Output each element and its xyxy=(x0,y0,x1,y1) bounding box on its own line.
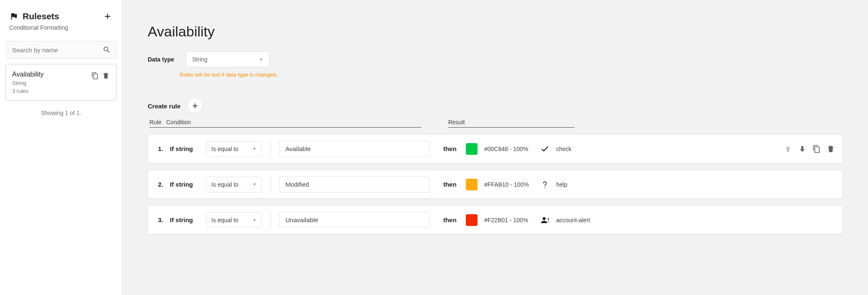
page-title: Availability xyxy=(148,23,843,40)
search-input-wrapper[interactable] xyxy=(6,41,116,59)
search-icon[interactable] xyxy=(103,46,111,54)
rule-value-input[interactable] xyxy=(279,141,430,157)
color-swatch[interactable] xyxy=(466,214,478,226)
rule-operator-select[interactable]: Is equal to ▼ xyxy=(206,177,262,192)
rule-operator-select[interactable]: Is equal to ▼ xyxy=(206,212,262,228)
sidebar-subtitle: Conditional Formatting xyxy=(9,24,116,31)
rule-operator-select[interactable]: Is equal to ▼ xyxy=(206,141,262,157)
rule-then-label: then xyxy=(441,216,459,223)
rule-then-label: then xyxy=(441,181,459,188)
color-text: #FFAB10 - 100% xyxy=(484,181,534,188)
chevron-down-icon: ▼ xyxy=(259,57,263,62)
color-text: #F22B01 - 100% xyxy=(484,217,534,223)
result-icon[interactable] xyxy=(540,180,550,189)
rule-index: 2. xyxy=(156,181,163,188)
ruleset-card[interactable]: Availability String 3 rules xyxy=(6,64,116,100)
add-ruleset-button[interactable] xyxy=(102,11,113,22)
rule-if-label: If string xyxy=(170,145,199,152)
copy-icon[interactable] xyxy=(91,72,99,80)
rule-value-input[interactable] xyxy=(279,212,430,228)
color-text: #00C848 - 100% xyxy=(484,146,534,152)
rule-operator-value: Is equal to xyxy=(211,217,239,223)
rule-then-label: then xyxy=(441,145,459,152)
flag-icon xyxy=(9,12,18,21)
rule-value-input[interactable] xyxy=(279,176,430,192)
search-input[interactable] xyxy=(11,46,100,54)
rule-if-label: If string xyxy=(170,181,199,188)
rule-row: 2. If string Is equal to ▼ then #FFAB10 … xyxy=(148,170,843,199)
header-rule: Rule xyxy=(149,119,166,128)
header-condition: Condition xyxy=(166,119,421,128)
ruleset-count: 3 rules xyxy=(12,88,91,94)
header-result: Result xyxy=(448,119,575,128)
rule-row: 1. If string Is equal to ▼ then #00C848 … xyxy=(148,134,843,163)
chevron-down-icon: ▼ xyxy=(252,146,257,151)
color-swatch[interactable] xyxy=(466,179,478,190)
result-icon-name: account-alert xyxy=(556,217,835,223)
rule-if-label: If string xyxy=(170,216,199,223)
data-type-select[interactable]: String ▼ xyxy=(186,51,270,67)
result-icon[interactable] xyxy=(540,144,550,154)
result-icon[interactable] xyxy=(540,215,550,225)
delete-icon[interactable] xyxy=(102,72,110,80)
create-rule-label: Create rule xyxy=(148,103,180,110)
separator xyxy=(270,141,271,157)
rule-operator-value: Is equal to xyxy=(211,146,239,152)
data-type-value: String xyxy=(192,56,208,63)
delete-icon[interactable] xyxy=(827,145,835,153)
chevron-down-icon: ▼ xyxy=(252,182,257,187)
move-up-icon[interactable] xyxy=(784,145,792,153)
data-type-label: Data type xyxy=(148,56,174,63)
copy-icon[interactable] xyxy=(812,145,821,153)
rule-index: 1. xyxy=(156,145,163,152)
create-rule-button[interactable] xyxy=(188,99,202,113)
rule-index: 3. xyxy=(156,216,163,223)
sidebar-footer: Showing 1 of 1. xyxy=(6,110,116,116)
rule-row: 3. If string Is equal to ▼ then #F22B01 … xyxy=(148,205,843,234)
data-type-warning: Rules will be lost if data type is chang… xyxy=(180,72,843,78)
move-down-icon[interactable] xyxy=(798,145,806,153)
rule-operator-value: Is equal to xyxy=(211,181,239,188)
chevron-down-icon: ▼ xyxy=(252,218,257,222)
result-icon-name: check xyxy=(556,146,777,152)
separator xyxy=(270,212,271,228)
sidebar-title: Rulesets xyxy=(23,11,59,21)
separator xyxy=(270,176,271,192)
ruleset-name: Availability xyxy=(12,71,91,78)
result-icon-name: help xyxy=(556,181,835,188)
color-swatch[interactable] xyxy=(466,143,478,155)
ruleset-type: String xyxy=(12,80,91,86)
